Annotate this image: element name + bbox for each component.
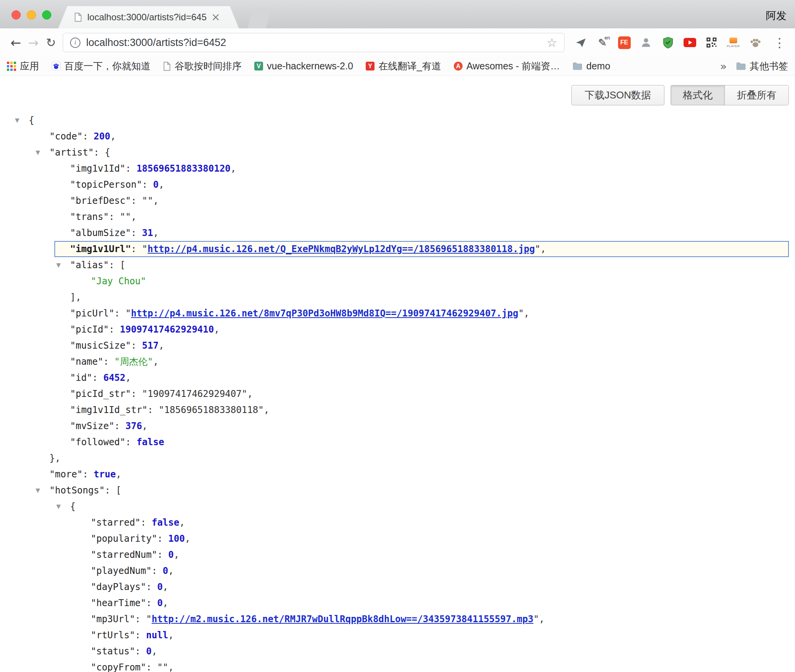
collapse-all-button[interactable]: 折叠所有: [725, 85, 788, 105]
browser-toolbar: ← → ↻ i localhost:3000/artists?id=6452 ☆…: [0, 28, 795, 57]
profile-name[interactable]: 阿发: [766, 9, 787, 23]
close-window-button[interactable]: [11, 10, 21, 20]
json-line: "rtUrls": null,: [0, 627, 795, 643]
json-token: 376: [126, 421, 142, 431]
json-token: ": [518, 308, 523, 319]
browser-menu-icon[interactable]: ⋮: [773, 36, 786, 49]
json-url-link[interactable]: http://p4.music.126.net/Q_ExePNkmqB2yWyL…: [147, 244, 535, 254]
json-line: ],: [0, 289, 795, 305]
browser-tab[interactable]: localhost:3000/artists?id=645 ×: [58, 6, 239, 28]
json-token: :: [135, 646, 146, 657]
minimize-window-button[interactable]: [27, 10, 36, 20]
json-line: ▼{: [0, 498, 795, 515]
json-token: "": [157, 662, 168, 672]
forward-button[interactable]: →: [25, 36, 42, 49]
json-token: "picUrl": [70, 308, 115, 319]
json-token: "albumSize": [70, 228, 131, 238]
json-token: "img1v1Id_str": [70, 405, 147, 415]
shield-extension-icon[interactable]: [661, 34, 675, 51]
paper-plane-extension-icon[interactable]: [574, 34, 587, 51]
bookmark-star-icon[interactable]: ☆: [546, 36, 557, 49]
json-token: ,: [152, 646, 157, 657]
json-token: "18569651883380118": [159, 405, 264, 415]
bookmarks-overflow-chevron[interactable]: »: [720, 60, 727, 73]
new-tab-button[interactable]: [247, 8, 273, 28]
json-token: :: [135, 630, 146, 641]
json-token: :: [109, 324, 120, 335]
bookmark-other-folder[interactable]: 其他书签: [736, 60, 788, 72]
json-token: "name": [70, 356, 103, 367]
bookmark-awesomes[interactable]: A Awesomes - 前端资…: [454, 60, 560, 72]
bookmark-demo-folder[interactable]: demo: [573, 61, 610, 72]
json-token: [: [116, 485, 121, 496]
paw-extension-icon[interactable]: [748, 34, 762, 51]
address-bar[interactable]: i localhost:3000/artists?id=6452 ☆: [63, 33, 564, 52]
json-token: :: [109, 211, 120, 222]
json-token: :: [157, 549, 168, 560]
player-extension-icon[interactable]: PLAYER: [726, 34, 740, 51]
json-url-link[interactable]: http://m2.music.126.net/RMJR7wDullRqppBk…: [152, 614, 533, 624]
bookmark-google-sort[interactable]: 谷歌按时间排序: [163, 60, 242, 72]
json-token: ,: [179, 517, 185, 528]
json-token: :: [83, 131, 94, 142]
json-line: "followed": false: [0, 434, 795, 450]
collapse-toggle-icon[interactable]: ▼: [56, 257, 61, 273]
bookmark-baidu[interactable]: 百度一下，你就知道: [52, 60, 150, 72]
url-text[interactable]: localhost:3000/artists?id=6452: [86, 37, 226, 49]
json-token: "followed": [70, 437, 126, 447]
json-token: {: [105, 147, 110, 158]
json-line: ▼"artist": {: [0, 144, 795, 161]
json-token: ": [142, 244, 147, 254]
translate-pen-extension-icon[interactable]: ✎ en: [595, 34, 609, 51]
json-token: :: [115, 308, 126, 319]
bookmark-vue-hackernews[interactable]: V vue-hackernews-2.0: [254, 61, 353, 72]
json-token: :: [83, 469, 94, 480]
json-line: "id": 6452,: [0, 370, 795, 386]
bookmark-apps[interactable]: 应用: [7, 60, 39, 72]
json-line-highlighted[interactable]: "img1v1Url": "http://p4.music.126.net/Q_…: [54, 241, 789, 257]
json-line: "img1v1Id": 18569651883380120,: [0, 161, 795, 177]
tab-strip: localhost:3000/artists?id=645 × 阿发: [0, 0, 795, 28]
vue-icon: V: [254, 62, 263, 70]
collapse-toggle-icon[interactable]: ▼: [15, 112, 20, 128]
zoom-window-button[interactable]: [42, 10, 51, 20]
collapse-toggle-icon[interactable]: ▼: [36, 144, 40, 161]
json-token: ,: [159, 340, 164, 351]
extensions-area: ✎ en FE PLAYER ⋮: [574, 34, 786, 51]
bookmarks-bar: 应用 百度一下，你就知道 谷歌按时间排序 V vue-hackernews-2.…: [0, 57, 795, 76]
json-line: "starred": false,: [0, 515, 795, 531]
json-token: "topicPerson": [70, 179, 142, 190]
json-token: :: [146, 582, 157, 592]
page-info-icon[interactable]: i: [70, 38, 80, 48]
json-token: ,: [168, 630, 173, 641]
json-token: 0: [163, 565, 168, 576]
qr-code-extension-icon[interactable]: [705, 34, 718, 51]
json-url-link[interactable]: http://p4.music.126.net/8mv7qP30Pd3oHW8b…: [131, 308, 518, 319]
apps-grid-icon: [7, 62, 16, 71]
back-button[interactable]: ←: [7, 36, 25, 49]
json-token: "hotSongs": [49, 485, 105, 496]
fe-extension-icon[interactable]: FE: [617, 34, 631, 51]
json-token: ,: [159, 179, 164, 190]
json-token: ,: [168, 662, 173, 672]
json-token: ,: [264, 405, 269, 415]
json-token: ,: [231, 163, 236, 174]
json-token: false: [136, 437, 164, 447]
json-line: "more": true,: [0, 466, 795, 482]
page-favicon-icon: [74, 13, 82, 22]
format-button[interactable]: 格式化: [671, 85, 725, 105]
person-extension-icon[interactable]: [639, 34, 653, 51]
json-token: ,: [540, 244, 546, 254]
bookmark-youdao-translate[interactable]: Y 在线翻译_有道: [366, 60, 441, 72]
download-json-button[interactable]: 下载JSON数据: [571, 85, 664, 105]
json-line: "popularity": 100,: [0, 531, 795, 547]
tab-close-icon[interactable]: ×: [211, 12, 220, 23]
reload-button[interactable]: ↻: [42, 37, 60, 49]
collapse-toggle-icon[interactable]: ▼: [56, 498, 61, 515]
youtube-extension-icon[interactable]: [683, 34, 697, 51]
json-line: "copyFrom": "",: [0, 659, 795, 672]
json-token: ": [533, 614, 539, 624]
json-token: ,: [163, 582, 168, 592]
json-token: :: [146, 598, 157, 608]
collapse-toggle-icon[interactable]: ▼: [36, 482, 40, 498]
